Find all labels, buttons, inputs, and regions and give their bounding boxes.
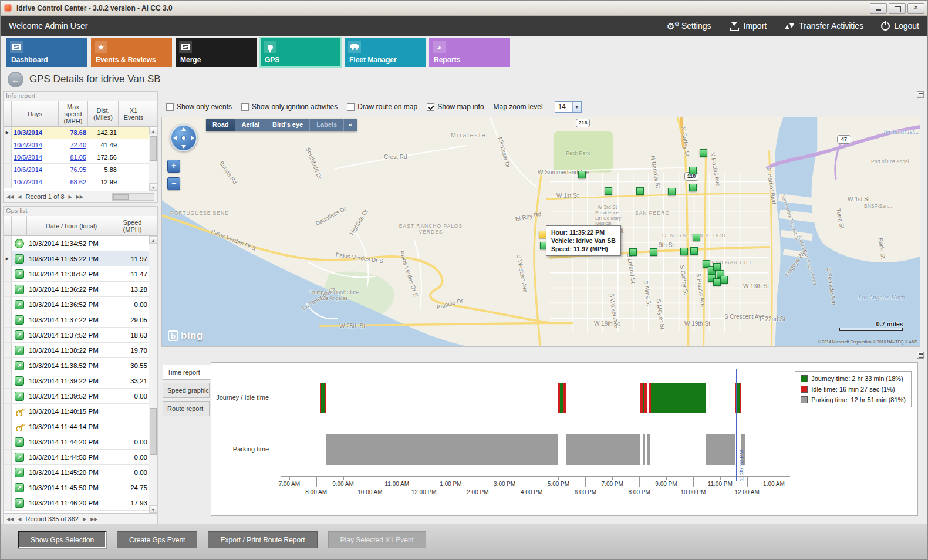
- map-marker[interactable]: [650, 248, 657, 256]
- pan-down-icon[interactable]: [181, 145, 186, 149]
- day-link[interactable]: 10/4/2014: [12, 141, 59, 149]
- first-record-button[interactable]: ◀◀: [6, 194, 14, 200]
- topbar-action-logout[interactable]: Logout: [881, 21, 919, 31]
- info-report-vscrollbar[interactable]: ▲ ▼: [149, 127, 157, 191]
- topbar-action-import[interactable]: Import: [729, 21, 767, 31]
- map-marker[interactable]: [629, 248, 637, 256]
- header-cell-max-speed[interactable]: Max speed (MPH): [59, 101, 88, 126]
- max-speed-link[interactable]: 76.95: [59, 166, 88, 173]
- header-cell-dist[interactable]: Dist. (Miles): [88, 101, 119, 126]
- header-cell-datetime[interactable]: Date / hour (local): [27, 216, 116, 235]
- gps-list-vscrollbar[interactable]: ▲ ▼: [149, 236, 157, 513]
- gps-list-row[interactable]: 10/3/2014 11:39:52 PM0.00: [4, 389, 157, 404]
- checkbox-show-only-ignition-activities[interactable]: Show only ignition activities: [241, 103, 338, 111]
- gps-list-row[interactable]: 10/3/2014 11:35:52 PM11.47: [4, 266, 157, 282]
- map-view-tab-aerial[interactable]: Aerial: [235, 119, 266, 131]
- pan-right-icon[interactable]: [191, 136, 194, 140]
- next-record-button[interactable]: ▶: [83, 517, 86, 522]
- footer-button-show-gps-selection[interactable]: Show Gps Selection: [18, 531, 106, 548]
- info-report-row[interactable]: 10/6/201476.955.88: [4, 164, 157, 176]
- map-view-tab-labels[interactable]: Labels: [309, 119, 344, 131]
- topbar-action-settings[interactable]: ⚙⚙Settings: [667, 21, 711, 31]
- info-report-row[interactable]: ▶10/3/201478.68142.31: [4, 127, 157, 139]
- gps-list-row[interactable]: 10/3/2014 11:46:20 PM17.93: [4, 495, 157, 511]
- chevron-down-icon[interactable]: ▼: [572, 102, 581, 112]
- gps-list-row[interactable]: 10/3/2014 11:44:20 PM0.00: [4, 434, 157, 450]
- zoom-in-button[interactable]: +: [167, 160, 180, 173]
- gps-list-row[interactable]: 10/3/2014 11:45:20 PM0.00: [4, 465, 157, 480]
- max-speed-link[interactable]: 81.05: [59, 154, 88, 161]
- gps-list-row[interactable]: 10/3/2014 11:36:52 PM0.00: [4, 297, 157, 312]
- footer-button-export-print-route-report[interactable]: Export / Print Route Report: [208, 531, 317, 548]
- last-record-button[interactable]: ▶▶: [76, 194, 83, 200]
- day-link[interactable]: 10/6/2014: [12, 166, 59, 173]
- map-marker[interactable]: [689, 167, 697, 174]
- checkbox-draw-route-on-map[interactable]: Draw route on map: [347, 103, 417, 111]
- close-button[interactable]: ×: [907, 3, 924, 14]
- nav-tile-reports[interactable]: ◕Reports: [429, 38, 510, 67]
- nav-tile-merge[interactable]: Merge: [176, 38, 257, 67]
- gps-list-row[interactable]: 10/3/2014 11:38:22 PM19.70: [4, 343, 157, 358]
- checkbox-box[interactable]: [166, 103, 174, 111]
- minimize-button[interactable]: [870, 3, 887, 14]
- header-cell-speed[interactable]: Speed (MPH): [116, 216, 149, 235]
- checkbox-show-map-info[interactable]: Show map info: [427, 103, 484, 111]
- chart-tab-route-report[interactable]: Route report: [163, 401, 210, 416]
- maximize-button[interactable]: [889, 3, 906, 14]
- map-marker[interactable]: [713, 278, 721, 286]
- gps-list-row[interactable]: 10/3/2014 11:40:15 PM: [4, 404, 157, 419]
- info-report-row[interactable]: 10/4/201472.4041.49: [4, 139, 157, 151]
- last-record-button[interactable]: ▶▶: [90, 517, 97, 522]
- map-marker[interactable]: [690, 247, 698, 255]
- map-marker[interactable]: [689, 184, 697, 191]
- map-marker[interactable]: [636, 187, 644, 195]
- checkbox-show-only-events[interactable]: Show only events: [166, 103, 232, 111]
- map-marker[interactable]: [700, 149, 707, 157]
- map-marker[interactable]: [693, 234, 700, 241]
- chart-tab-time-report[interactable]: Time report: [163, 365, 211, 380]
- checkbox-box[interactable]: [427, 103, 434, 111]
- day-link[interactable]: 10/5/2014: [12, 154, 59, 161]
- next-record-button[interactable]: ▶: [69, 194, 72, 200]
- nav-tile-events-reviews[interactable]: ★Events & Reviews: [91, 38, 172, 67]
- max-speed-link[interactable]: 68.62: [59, 178, 88, 185]
- gps-list-row[interactable]: 10/3/2014 11:37:22 PM29.05: [4, 312, 157, 328]
- day-link[interactable]: 10/3/2014: [12, 129, 59, 136]
- map-compass-control[interactable]: [170, 124, 197, 151]
- map-marker[interactable]: [605, 187, 612, 195]
- map[interactable]: MiralestePeck ParkW Summerland AveCrest …: [161, 117, 920, 347]
- pan-up-icon[interactable]: [181, 127, 186, 131]
- map-marker[interactable]: [680, 248, 688, 255]
- gps-list-row[interactable]: 10/3/2014 11:34:52 PM: [4, 236, 157, 251]
- nav-tile-fleet-manager[interactable]: Fleet Manager: [345, 38, 426, 67]
- map-view-tab-bird-s-eye[interactable]: Bird's eye: [266, 119, 309, 131]
- maximize-map-panel-button[interactable]: [917, 91, 924, 98]
- header-cell-days[interactable]: Days: [12, 101, 59, 126]
- maximize-chart-panel-button[interactable]: [917, 352, 924, 359]
- checkbox-box[interactable]: [347, 103, 355, 111]
- gps-list-row[interactable]: 10/3/2014 11:37:52 PM18.63: [4, 328, 157, 343]
- gps-list-row[interactable]: 10/3/2014 11:45:50 PM24.75: [4, 480, 157, 495]
- prev-record-button[interactable]: ◀: [18, 194, 21, 200]
- header-cell-x1-events[interactable]: X1 Events: [119, 101, 149, 126]
- gps-list-row[interactable]: 10/3/2014 11:44:14 PM: [4, 419, 157, 434]
- gps-list-row[interactable]: 10/3/2014 11:36:22 PM13.28: [4, 282, 157, 297]
- gps-list-row[interactable]: ▶10/3/2014 11:35:22 PM11.97: [4, 251, 157, 266]
- map-view-tab-road[interactable]: Road: [206, 119, 235, 131]
- gps-list-row[interactable]: 10/3/2014 11:38:52 PM30.55: [4, 358, 157, 373]
- footer-button-create-gps-event[interactable]: Create Gps Event: [117, 531, 197, 548]
- map-marker[interactable]: [578, 171, 586, 178]
- map-nav-collapse-button[interactable]: «: [344, 119, 357, 131]
- max-speed-link[interactable]: 72.40: [59, 141, 88, 149]
- first-record-button[interactable]: ◀◀: [6, 517, 14, 522]
- prev-record-button[interactable]: ◀: [18, 517, 21, 522]
- max-speed-link[interactable]: 78.68: [59, 129, 88, 136]
- map-marker[interactable]: [668, 188, 676, 195]
- day-link[interactable]: 10/7/2014: [12, 178, 59, 185]
- info-report-row[interactable]: 10/5/201481.05172.56: [4, 151, 157, 164]
- info-report-hscrollbar[interactable]: [112, 193, 154, 201]
- checkbox-box[interactable]: [241, 103, 249, 111]
- map-marker[interactable]: [720, 276, 728, 284]
- pan-left-icon[interactable]: [173, 136, 177, 140]
- zoom-out-button[interactable]: −: [167, 177, 180, 190]
